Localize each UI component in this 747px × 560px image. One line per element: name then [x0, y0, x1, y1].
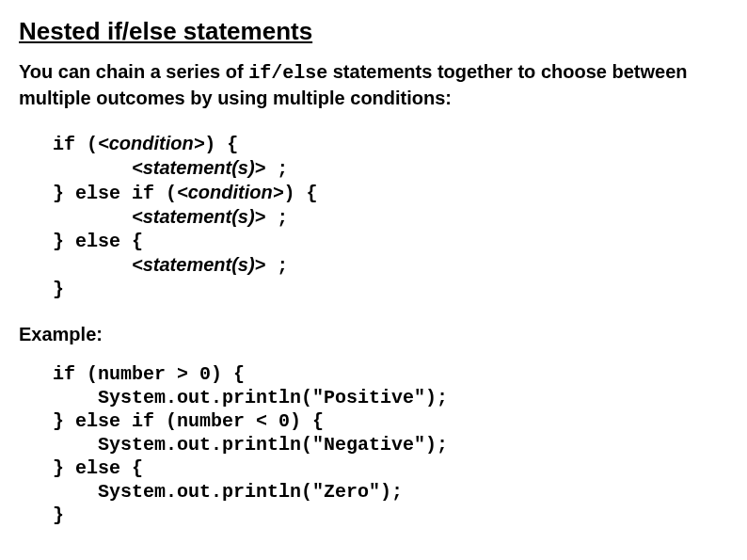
syntax-l2-pad — [53, 158, 132, 180]
syntax-l2-b: ; — [265, 158, 288, 180]
intro-pre: You can chain a series of — [19, 61, 248, 82]
example-l3: } else if (number < 0) { — [53, 410, 324, 432]
syntax-l4-stmt: <statement(s)> — [132, 206, 265, 227]
example-l2: System.out.println("Positive"); — [53, 387, 448, 408]
syntax-l4-b: ; — [265, 207, 288, 229]
example-block: if (number > 0) { System.out.println("Po… — [53, 362, 728, 527]
syntax-l7-a: } — [53, 279, 64, 300]
example-l1: if (number > 0) { — [53, 363, 245, 385]
syntax-l6-stmt: <statement(s)> — [132, 254, 265, 275]
syntax-l1-a: if ( — [53, 134, 98, 155]
example-l5: } else { — [53, 457, 143, 479]
syntax-l3-b: ) { — [283, 183, 317, 204]
syntax-l6-b: ; — [265, 255, 288, 277]
intro-paragraph: You can chain a series of if/else statem… — [19, 59, 728, 111]
syntax-l3-cond: <condition> — [177, 182, 283, 202]
syntax-l1-cond: <condition> — [98, 133, 204, 153]
syntax-l1-b: ) { — [204, 134, 238, 155]
example-label: Example: — [19, 324, 728, 345]
page-title: Nested if/else statements — [19, 17, 728, 46]
example-l7: } — [53, 504, 64, 526]
intro-mono: if/else — [248, 62, 327, 84]
syntax-l2-stmt: <statement(s)> — [132, 157, 265, 178]
example-l6: System.out.println("Zero"); — [53, 481, 403, 503]
syntax-l6-pad — [53, 255, 132, 277]
syntax-l5-a: } else { — [53, 231, 143, 252]
example-l4: System.out.println("Negative"); — [53, 434, 448, 456]
syntax-l3-a: } else if ( — [53, 183, 177, 204]
syntax-l4-pad — [53, 207, 132, 229]
syntax-block: if (<condition>) { <statement(s)> ; } el… — [53, 132, 728, 301]
